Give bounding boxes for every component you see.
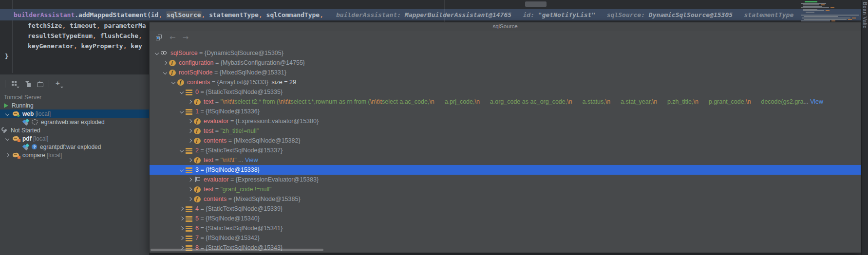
text-segment: = — [226, 137, 233, 144]
chevron-right-icon[interactable] — [187, 186, 193, 193]
chevron-down-icon[interactable] — [153, 50, 160, 56]
chevron-right-icon[interactable] — [178, 235, 185, 241]
variable-row-contents[interactable]: contents = {ArrayList@15333} size = 29 — [150, 77, 861, 87]
add-service-frame-icon[interactable] — [37, 82, 43, 87]
minimap-line — [801, 20, 830, 21]
variable-row-text[interactable]: text = "\n\t\t" ... View — [150, 155, 861, 165]
text-segment: \n — [652, 98, 657, 105]
chevron-right-icon[interactable] — [178, 225, 185, 232]
variable-row-rootSqlNode[interactable]: rootSqlNode = {MixedSqlNode@15331} — [150, 68, 861, 77]
chevron-down-icon[interactable] — [4, 110, 10, 117]
text-segment: contents — [204, 196, 226, 202]
artifact-row[interactable]: egrantweb:war exploded — [0, 118, 149, 126]
status-row-running[interactable]: Running — [0, 101, 149, 109]
chevron-right-icon[interactable] — [178, 206, 185, 212]
run-config-web[interactable]: web [local] — [0, 109, 149, 118]
code-line-3[interactable]: resultSetTypeEnum, flushCache, — [28, 31, 142, 41]
chevron-right-icon[interactable] — [162, 60, 168, 66]
forward-arrow-icon[interactable]: → — [183, 34, 189, 41]
view-link[interactable]: View — [810, 98, 823, 105]
inspect-options-icon[interactable] — [155, 34, 163, 41]
code-line-1-text[interactable]: builderAssistant.addMappedStatement(id, … — [14, 10, 323, 20]
text-segment: sqlSource — [170, 50, 198, 56]
add-icon[interactable] — [55, 80, 62, 88]
view-link[interactable]: View — [245, 157, 258, 164]
run-config-pdf[interactable]: pdf [local] — [0, 134, 149, 143]
chevron-right-icon[interactable] — [187, 157, 193, 164]
chevron-down-icon[interactable] — [170, 79, 176, 86]
tomcat-config-icon — [13, 135, 19, 142]
variable-row-evaluator[interactable]: evaluator = {ExpressionEvaluator@15383} — [150, 175, 861, 184]
minimap-line — [801, 7, 829, 8]
sqlsource-token[interactable]: sqlSource — [166, 11, 201, 18]
chevron-down-icon[interactable] — [178, 109, 185, 115]
chevron-down-icon[interactable] — [4, 135, 10, 142]
editor-overlay-pill — [525, 1, 547, 7]
text-segment: , — [96, 22, 100, 29]
artifact-icon — [22, 144, 30, 150]
chevron-right-icon[interactable] — [187, 196, 193, 202]
minimap-change-marker — [805, 1, 817, 2]
variable-row-contents[interactable]: contents = {MixedSqlNode@15385} — [150, 194, 861, 204]
run-config-compare[interactable]: compare [local] — [0, 151, 149, 159]
text-segment: \n\t\t — [223, 157, 234, 164]
tab-bean-validation[interactable]: Bean Valid — [862, 2, 868, 29]
variable-row-contents[interactable]: contents = {MixedSqlNode@15382} — [150, 136, 861, 146]
minimap-line — [804, 19, 847, 20]
group-by-icon[interactable] — [11, 80, 19, 88]
field-icon — [169, 60, 176, 66]
status-row-not-started[interactable]: Not Started — [0, 126, 149, 134]
variable-row-1[interactable]: 1 = {IfSqlNode@15336} — [150, 107, 861, 116]
field-icon — [194, 196, 201, 202]
variable-row-text[interactable]: text = "\n\t\tselect t2.* from (\n\t\tse… — [150, 97, 861, 107]
variable-row-configuration[interactable]: configuration = {MybatisConfiguration@14… — [150, 58, 861, 68]
array-item-icon — [186, 109, 192, 115]
chevron-right-icon[interactable] — [4, 152, 10, 158]
horizontal-scrollbar[interactable] — [151, 249, 323, 251]
variable-row-sqlSource[interactable]: sqlSource = {DynamicSqlSource@15305} — [150, 48, 861, 58]
text-segment: builderAssistant: — [336, 11, 401, 18]
field-icon — [169, 70, 176, 76]
minimap-line — [802, 18, 850, 18]
chevron-right-icon[interactable] — [187, 177, 193, 183]
text-segment: {ArrayList@15333} — [217, 79, 268, 86]
chevron-down-icon[interactable] — [178, 89, 185, 95]
chevron-right-icon[interactable] — [187, 128, 193, 134]
variable-row-8[interactable]: 8 = {StaticTextSqlNode@15343} — [150, 243, 861, 253]
variable-row-0[interactable]: 0 = {StaticTextSqlNode@15335} — [150, 87, 861, 97]
chevron-right-icon[interactable] — [187, 118, 193, 125]
chevron-right-icon[interactable] — [187, 99, 193, 105]
text-segment: {DynamicSqlSource@15305} — [205, 50, 283, 56]
array-item-icon — [186, 226, 192, 232]
text-segment: = — [213, 186, 220, 193]
variable-row-4[interactable]: 4 = {StaticTextSqlNode@15339} — [150, 204, 861, 214]
artifact-row[interactable]: ?egrantpdf:war exploded — [0, 143, 149, 151]
chevron-right-icon[interactable] — [178, 216, 185, 222]
variable-row-2[interactable]: 2 = {StaticTextSqlNode@15337} — [150, 146, 861, 155]
variable-row-6[interactable]: 6 = {StaticTextSqlNode@15341} — [150, 223, 861, 233]
variable-row-test[interactable]: test = "zh_title!=null" — [150, 126, 861, 136]
back-arrow-icon[interactable]: ← — [170, 34, 176, 41]
chevron-right-icon[interactable] — [187, 138, 193, 144]
code-line-5[interactable]: } — [5, 51, 9, 61]
variable-row-7[interactable]: 7 = {IfSqlNode@15342} — [150, 233, 861, 243]
variable-row-3[interactable]: 3 = {IfSqlNode@15338} — [150, 165, 861, 175]
minimap-line — [803, 6, 822, 7]
array-item-icon — [186, 148, 192, 154]
chevron-down-icon[interactable] — [178, 167, 185, 173]
text-segment: . — [75, 11, 78, 18]
chevron-down-icon[interactable] — [162, 70, 168, 76]
play-icon — [4, 103, 8, 108]
code-line-2[interactable]: fetchSize, timeout, parameterMa — [28, 20, 146, 31]
editor-minimap[interactable] — [801, 0, 860, 22]
chevron-down-icon[interactable] — [178, 147, 185, 154]
config-scope: [local] — [34, 110, 51, 117]
variable-row-evaluator[interactable]: evaluator = {ExpressionEvaluator@15380} — [150, 116, 861, 126]
code-line-4[interactable]: keyGenerator, keyProperty, key — [28, 41, 142, 51]
code-line-1[interactable]: builderAssistant.addMappedStatement(id, … — [14, 9, 798, 20]
variable-row-test[interactable]: test = "grant_code !=null" — [150, 184, 861, 194]
array-item-icon — [186, 236, 192, 241]
variable-row-5[interactable]: 5 = {IfSqlNode@15340} — [150, 214, 861, 223]
filter-icon[interactable] — [24, 80, 32, 88]
array-item-icon — [186, 206, 192, 212]
